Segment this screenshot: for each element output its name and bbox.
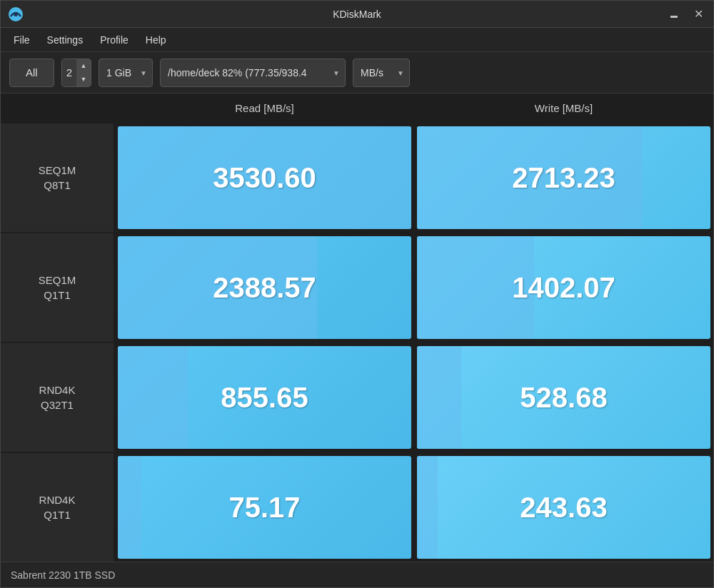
write-bar-rnd4k-q32t1	[417, 346, 461, 449]
app-icon	[8, 6, 24, 22]
column-headers: Read [MB/s] Write [MB/s]	[1, 93, 713, 122]
row-label-text-3: RND4K Q1T1	[39, 492, 76, 522]
col-header-empty	[1, 99, 115, 116]
title-bar: KDiskMark 🗕 ✕	[1, 1, 713, 28]
read-value-seq1m-q8t1: 3530.60	[213, 162, 316, 194]
write-header: Write [MB/s]	[414, 99, 713, 116]
read-bar-rnd4k-q32t1	[118, 346, 188, 449]
window-title: KDiskMark	[333, 9, 381, 20]
write-cell-seq1m-q8t1: 2713.23	[417, 126, 710, 229]
status-bar: Sabrent 2230 1TB SSD	[1, 562, 713, 587]
app-window: KDiskMark 🗕 ✕ File Settings Profile Help…	[0, 0, 714, 588]
all-button[interactable]: All	[9, 59, 54, 87]
row-label-text-0: SEQ1M Q8T1	[39, 163, 76, 193]
svg-point-1	[14, 12, 18, 16]
toolbar: All 2 ▲ ▼ 1 GiB 2 GiB 4 GiB 8 GiB /home/…	[1, 52, 713, 93]
menu-file[interactable]: File	[6, 31, 37, 49]
row-seq1m-q8t1: SEQ1M Q8T1 3530.60 2713.23	[1, 122, 713, 232]
write-cell-rnd4k-q32t1: 528.68	[417, 346, 710, 449]
read-value-rnd4k-q1t1: 75.17	[228, 492, 300, 524]
row-rnd4k-q1t1: RND4K Q1T1 75.17 243.63	[1, 452, 713, 562]
read-cell-seq1m-q8t1: 3530.60	[118, 126, 411, 229]
main-content: Read [MB/s] Write [MB/s] SEQ1M Q8T1 3530…	[1, 93, 713, 562]
read-value-seq1m-q1t1: 2388.57	[213, 272, 316, 304]
menu-help[interactable]: Help	[139, 31, 174, 49]
loops-arrows: ▲ ▼	[76, 59, 91, 86]
read-cell-seq1m-q1t1: 2388.57	[118, 236, 411, 339]
title-bar-controls: 🗕 ✕	[665, 6, 706, 22]
menu-profile[interactable]: Profile	[93, 31, 136, 49]
menu-settings[interactable]: Settings	[40, 31, 91, 49]
read-value-rnd4k-q32t1: 855.65	[221, 382, 308, 414]
unit-dropdown-wrap: MB/s GB/s IOPS	[353, 59, 410, 87]
loops-spinner: 2 ▲ ▼	[61, 59, 91, 87]
read-cell-rnd4k-q32t1: 855.65	[118, 346, 411, 449]
row-seq1m-q1t1: SEQ1M Q1T1 2388.57 1402.07	[1, 232, 713, 342]
write-value-rnd4k-q32t1: 528.68	[520, 382, 607, 414]
loops-down-button[interactable]: ▼	[76, 73, 91, 86]
row-rnd4k-q32t1: RND4K Q32T1 855.65 528.68	[1, 342, 713, 452]
benchmark-rows: SEQ1M Q8T1 3530.60 2713.23 SEQ1M Q1T1	[1, 122, 713, 562]
read-cell-rnd4k-q1t1: 75.17	[118, 456, 411, 559]
status-text: Sabrent 2230 1TB SSD	[11, 569, 115, 581]
row-label-rnd4k-q32t1: RND4K Q32T1	[1, 343, 115, 452]
title-bar-left	[8, 6, 24, 22]
write-bar-rnd4k-q1t1	[417, 456, 438, 559]
row-label-rnd4k-q1t1: RND4K Q1T1	[1, 453, 115, 562]
write-value-rnd4k-q1t1: 243.63	[520, 492, 607, 524]
loops-up-button[interactable]: ▲	[76, 59, 91, 73]
path-dropdown-wrap: /home/deck 82% (777.35/938.4	[160, 59, 346, 87]
write-value-seq1m-q8t1: 2713.23	[512, 162, 615, 194]
read-header: Read [MB/s]	[115, 99, 414, 116]
unit-dropdown[interactable]: MB/s GB/s IOPS	[353, 59, 410, 87]
row-label-seq1m-q1t1: SEQ1M Q1T1	[1, 233, 115, 342]
size-dropdown-wrap: 1 GiB 2 GiB 4 GiB 8 GiB	[99, 59, 153, 87]
loops-value: 2	[62, 59, 76, 86]
path-dropdown[interactable]: /home/deck 82% (777.35/938.4	[160, 59, 346, 87]
close-button[interactable]: ✕	[691, 6, 706, 22]
read-bar-rnd4k-q1t1	[118, 456, 141, 559]
minimize-button[interactable]: 🗕	[665, 6, 683, 22]
row-label-text-2: RND4K Q32T1	[39, 382, 76, 412]
menu-bar: File Settings Profile Help	[1, 28, 713, 52]
size-dropdown[interactable]: 1 GiB 2 GiB 4 GiB 8 GiB	[99, 59, 153, 87]
write-cell-rnd4k-q1t1: 243.63	[417, 456, 710, 559]
row-label-text-1: SEQ1M Q1T1	[39, 273, 76, 303]
row-label-seq1m-q8t1: SEQ1M Q8T1	[1, 123, 115, 232]
write-value-seq1m-q1t1: 1402.07	[512, 272, 615, 304]
write-cell-seq1m-q1t1: 1402.07	[417, 236, 710, 339]
